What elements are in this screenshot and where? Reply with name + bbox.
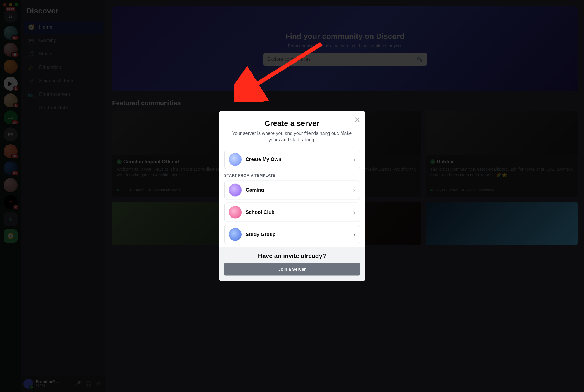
template-section-label: START FROM A TEMPLATE xyxy=(224,173,360,177)
chevron-right-icon: › xyxy=(353,187,356,193)
close-icon[interactable]: ✕ xyxy=(354,116,361,124)
chevron-right-icon: › xyxy=(353,156,356,163)
chevron-right-icon: › xyxy=(353,209,356,216)
create-my-own-option[interactable]: Create My Own › xyxy=(224,150,360,169)
modal-header: Create a server Your server is where you… xyxy=(219,111,365,146)
invite-prompt: Have an invite already? xyxy=(224,252,360,259)
join-server-button[interactable]: Join a Server xyxy=(224,263,360,275)
create-own-icon xyxy=(229,153,242,166)
template-label: Study Group xyxy=(246,231,349,237)
modal-title: Create a server xyxy=(225,119,359,128)
modal-subtitle: Your server is where you and your friend… xyxy=(227,130,358,143)
template-option[interactable]: School Club› xyxy=(224,202,360,222)
modal-body: Create My Own › START FROM A TEMPLATE Ga… xyxy=(219,145,365,247)
template-option[interactable]: Gaming› xyxy=(224,180,360,200)
modal-footer: Have an invite already? Join a Server xyxy=(219,247,365,281)
template-label: School Club xyxy=(246,209,349,215)
chevron-right-icon: › xyxy=(353,231,356,238)
template-icon xyxy=(229,206,242,218)
create-server-modal: ✕ Create a server Your server is where y… xyxy=(219,111,365,281)
create-own-label: Create My Own xyxy=(246,156,349,162)
template-icon xyxy=(229,228,242,241)
template-icon xyxy=(229,183,242,196)
template-option[interactable]: Study Group› xyxy=(224,225,360,244)
template-label: Gaming xyxy=(246,187,349,193)
